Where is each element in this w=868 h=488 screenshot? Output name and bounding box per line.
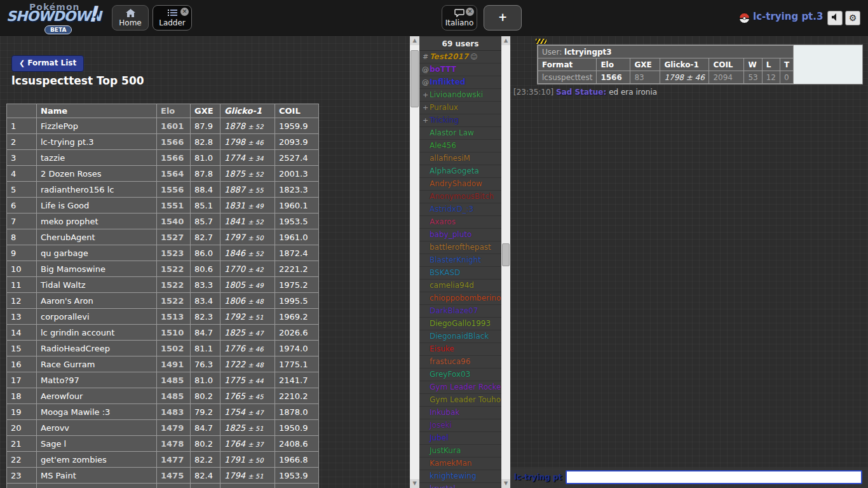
glicko-cell: 1887 ± 55 xyxy=(220,182,275,198)
userlist-user[interactable]: AnonymousBitch xyxy=(419,191,501,203)
username-label: baby_pluto xyxy=(430,230,471,239)
userlist-user[interactable]: Gym Leader Touho xyxy=(419,394,501,407)
player-name-cell: lc-trying pt.3 xyxy=(37,134,157,150)
userlist-user[interactable]: chioppobomberino xyxy=(419,292,501,305)
scroll-down-arrow[interactable]: ▼ xyxy=(501,479,510,488)
userlist-user[interactable]: +Livioandowski xyxy=(419,89,501,102)
userlist-user[interactable]: allafinesiM xyxy=(419,152,501,165)
username-label: Eisuke xyxy=(430,344,454,353)
userlist-count[interactable]: 69 users xyxy=(419,36,501,51)
ladder-row: 15RadioHeadCreep150281.11776 ± 461974.0 xyxy=(7,341,319,356)
elo-cell: 1601 xyxy=(157,118,191,134)
gxe-cell: 87.8 xyxy=(191,166,220,182)
scroll-up-arrow[interactable]: ▲ xyxy=(501,36,510,45)
userlist-user[interactable]: baby_pluto xyxy=(419,229,501,241)
stats-column-header: Format xyxy=(538,58,597,71)
userlist-user[interactable]: AlphaGogeta xyxy=(419,165,501,178)
elo-cell: 1472 xyxy=(157,484,191,488)
userlist-user[interactable]: @Inflikted xyxy=(419,76,501,89)
userlist-user[interactable]: Eisuke xyxy=(419,343,501,356)
gxe-cell: 84.7 xyxy=(191,420,220,436)
current-username[interactable]: lc-trying pt.3 xyxy=(753,11,823,22)
player-name-cell: Life is Good xyxy=(37,198,157,214)
player-name-cell: get'em zombies xyxy=(37,452,157,468)
userlist-user[interactable]: +Tricking xyxy=(419,114,501,127)
tab-home[interactable]: Home xyxy=(112,5,149,30)
glicko-cell: 1739 ± 45 xyxy=(220,484,275,488)
gxe-cell: 80.2 xyxy=(191,436,220,452)
player-name-cell: Aaron's Aron xyxy=(37,293,157,309)
sound-mute-button[interactable] xyxy=(827,11,843,25)
gxe-cell: 82.2 xyxy=(191,452,220,468)
rank-cell: 3 xyxy=(7,150,37,166)
userlist-user[interactable]: Axaros xyxy=(419,216,501,229)
gxe-cell: 77.1 xyxy=(191,484,220,488)
userlist-user[interactable]: +Puralux xyxy=(419,102,501,114)
glicko-cell: 1792 ± 51 xyxy=(220,309,275,325)
userlist-user[interactable]: KamekMan xyxy=(419,458,501,470)
scroll-up-arrow[interactable]: ▲ xyxy=(410,36,419,45)
userlist-user[interactable]: battlerofthepast xyxy=(419,241,501,254)
rank-symbol: @ xyxy=(421,64,430,76)
username-label: Jubel xyxy=(430,433,448,442)
username-label: GreyFox03 xyxy=(430,370,470,379)
username-label: Gym Leader Touho xyxy=(430,395,501,404)
player-name-cell: Piloswine xyxy=(37,484,157,488)
userlist-user[interactable]: #Test2017☺ xyxy=(419,51,501,64)
userlist-user[interactable]: DiegoGallo1993 xyxy=(419,318,501,330)
username-label: Axaros xyxy=(430,217,456,226)
userlist-user[interactable]: camelia94d xyxy=(419,280,501,292)
chat-author[interactable]: Sad Statue: xyxy=(556,88,606,97)
userlist-user[interactable]: BSKASD xyxy=(419,267,501,280)
user-label: User: xyxy=(542,48,562,57)
userlist-user[interactable]: AndryShadow xyxy=(419,178,501,191)
player-name-cell: Tidal Waltz xyxy=(37,277,157,293)
chat-input[interactable] xyxy=(566,470,862,484)
username-label: BlasterKnight xyxy=(430,255,481,264)
userlist-user[interactable]: frastuca96 xyxy=(419,356,501,369)
userlist-user[interactable]: BlasterKnight xyxy=(419,254,501,267)
username-label: boTTT xyxy=(430,65,456,74)
ladder-row: 1FizzlePop160187.91878 ± 521959.9 xyxy=(7,118,319,134)
tab-ladder[interactable]: ✕ Ladder xyxy=(153,5,192,30)
player-name-cell: corporallevi xyxy=(37,309,157,325)
userlist-user[interactable]: GreyFox03 xyxy=(419,369,501,381)
ladder-scrollbar[interactable]: ▲ ▼ xyxy=(410,36,419,488)
pokemon-showdown-logo: Pokémon SHOWDOWN ! BETA xyxy=(5,1,100,34)
userlist-user[interactable]: krystal xyxy=(419,483,501,488)
userlist-user[interactable]: @boTTT xyxy=(419,64,501,76)
username-label: Alastor Law xyxy=(430,128,474,137)
column-header: COIL xyxy=(275,104,319,118)
rank-cell: 21 xyxy=(7,436,37,452)
userlist-user[interactable]: Jubel xyxy=(419,432,501,445)
elo-cell: 1491 xyxy=(157,356,191,372)
chat-scrollbar[interactable]: ▲ ▼ xyxy=(501,36,510,488)
settings-gear-button[interactable]: ⚙ xyxy=(845,11,860,25)
gxe-cell: 88.4 xyxy=(191,182,220,198)
close-tab-icon[interactable]: ✕ xyxy=(466,8,474,16)
userlist-user[interactable]: Inkubak xyxy=(419,407,501,419)
userlist-user[interactable]: DarkBlaze07 xyxy=(419,305,501,318)
userlist-user[interactable]: JustKura xyxy=(419,445,501,458)
ladder-panel: ❮Format List lcsuspecttest Top 500 NameE… xyxy=(0,36,410,488)
userlist-user[interactable]: Alastor Law xyxy=(419,127,501,140)
coil-cell: 2001.3 xyxy=(275,166,319,182)
tab-ladder-label: Ladder xyxy=(153,18,191,27)
userlist-user[interactable]: DiegonaidBlack xyxy=(419,330,501,343)
add-room-button[interactable]: + xyxy=(484,5,522,30)
scrollbar-thumb[interactable] xyxy=(410,50,419,107)
scrollbar-thumb[interactable] xyxy=(502,243,510,266)
ladder-row: 18Aerowfour148580.21765 ± 452210.2 xyxy=(7,388,319,404)
ladder-row: 17Matto?97148581.01775 ± 442141.7 xyxy=(7,372,319,388)
userlist-user[interactable]: AstridxD_:3 xyxy=(419,203,501,216)
ladder-row: 3tazzie156681.01774 ± 342527.4 xyxy=(7,150,319,166)
close-tab-icon[interactable]: ✕ xyxy=(180,8,189,16)
userlist-user[interactable]: Joseki xyxy=(419,419,501,432)
tab-room-italiano[interactable]: ✕ Italiano xyxy=(442,5,477,30)
format-list-back-button[interactable]: ❮Format List xyxy=(11,55,84,72)
userlist-user[interactable]: knightewing xyxy=(419,470,501,483)
scroll-down-arrow[interactable]: ▼ xyxy=(410,479,419,488)
userlist-user[interactable]: Gym Leader Rocke xyxy=(419,381,501,394)
rank-cell: 9 xyxy=(7,245,37,261)
userlist-user[interactable]: Ale456 xyxy=(419,140,501,152)
